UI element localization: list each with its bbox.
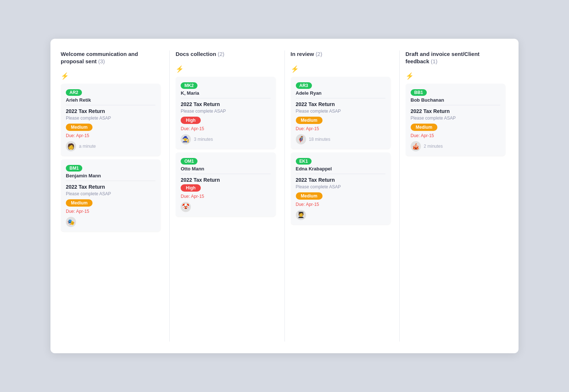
priority-badge: Medium <box>296 192 323 200</box>
column-header: In review (2) <box>291 50 393 58</box>
due-date: Due: Apr-15 <box>411 133 500 138</box>
lightning-row: ⚡ <box>176 62 275 77</box>
card-footer: 🤡 <box>181 202 270 212</box>
task-card[interactable]: MK2K, Maria2022 Tax ReturnPlease complet… <box>176 77 275 149</box>
due-date: Due: Apr-15 <box>181 194 270 199</box>
card-footer: 🎪2 minutes <box>411 141 500 151</box>
column-col2: Docs collection (2)⚡MK2K, Maria2022 Tax … <box>176 50 278 342</box>
card-footer: 🧙3 minutes <box>181 134 270 144</box>
lightning-icon: ⚡ <box>406 72 414 80</box>
client-badge: AR2 <box>66 89 82 96</box>
column-scroll-area[interactable]: ⚡BB1Bob Buchanan2022 Tax ReturnPlease co… <box>406 69 508 342</box>
card-footer: 🧑‍🎓 <box>296 210 385 220</box>
column-header: Welcome communication and proposal sent … <box>61 50 163 65</box>
column-col3: In review (2)⚡AR3Adele Ryan2022 Tax Retu… <box>291 50 393 342</box>
avatar: 🎪 <box>411 141 421 151</box>
client-badge: AR3 <box>296 82 312 89</box>
column-divider <box>399 50 400 342</box>
column-header: Draft and invoice sent/Client feedback (… <box>406 50 508 65</box>
column-inner: ⚡AR2Arieh Retik2022 Tax ReturnPlease com… <box>61 69 163 342</box>
column-scroll-area[interactable]: ⚡MK2K, Maria2022 Tax ReturnPlease comple… <box>176 62 278 342</box>
priority-badge: High <box>181 184 201 192</box>
due-date: Due: Apr-15 <box>66 209 155 214</box>
task-description: Please complete ASAP <box>66 116 155 121</box>
kanban-board: Welcome communication and proposal sent … <box>50 39 519 353</box>
task-card[interactable]: BB1Bob Buchanan2022 Tax ReturnPlease com… <box>406 84 505 156</box>
client-badge: BM1 <box>66 165 82 172</box>
card-footer: 🎭 <box>66 217 155 227</box>
task-card[interactable]: EK1Edna Krabappel2022 Tax ReturnPlease c… <box>291 152 391 225</box>
client-name: Adele Ryan <box>296 90 385 98</box>
due-date: Due: Apr-15 <box>296 202 385 207</box>
task-description: Please complete ASAP <box>66 191 155 196</box>
task-card[interactable]: AR2Arieh Retik2022 Tax ReturnPlease comp… <box>61 84 161 156</box>
column-scroll-area[interactable]: ⚡AR3Adele Ryan2022 Tax ReturnPlease comp… <box>291 62 393 342</box>
client-badge: EK1 <box>296 158 312 165</box>
column-count: (3) <box>98 58 105 64</box>
priority-badge: Medium <box>66 124 93 131</box>
column-divider <box>169 50 170 342</box>
client-name: Arieh Retik <box>66 97 155 105</box>
task-title: 2022 Tax Return <box>181 177 270 183</box>
timestamp: 3 minutes <box>194 137 213 142</box>
lightning-icon: ⚡ <box>61 72 69 80</box>
avatar: 🧑 <box>66 141 76 151</box>
column-col1: Welcome communication and proposal sent … <box>61 50 163 342</box>
column-count: (1) <box>431 58 437 64</box>
task-card[interactable]: BM1Benjamin Mann2022 Tax ReturnPlease co… <box>61 159 161 231</box>
card-footer: 🦸18 minutes <box>296 134 385 144</box>
task-card[interactable]: OM1Otto Mann2022 Tax ReturnHighDue: Apr-… <box>176 152 275 216</box>
avatar: 🤡 <box>181 202 191 212</box>
column-scroll-area[interactable]: ⚡AR2Arieh Retik2022 Tax ReturnPlease com… <box>61 69 163 342</box>
task-title: 2022 Tax Return <box>411 108 500 114</box>
priority-badge: Medium <box>66 199 93 207</box>
client-name: Bob Buchanan <box>411 97 500 105</box>
avatar: 🧙 <box>181 134 191 144</box>
timestamp: a minute <box>79 144 96 149</box>
task-description: Please complete ASAP <box>181 109 270 114</box>
task-title: 2022 Tax Return <box>296 101 385 107</box>
client-name: Benjamin Mann <box>66 173 155 181</box>
column-col4: Draft and invoice sent/Client feedback (… <box>406 50 508 342</box>
timestamp: 2 minutes <box>424 144 443 149</box>
client-name: Otto Mann <box>181 166 270 174</box>
column-inner: ⚡AR3Adele Ryan2022 Tax ReturnPlease comp… <box>291 62 393 342</box>
client-name: Edna Krabappel <box>296 166 385 174</box>
client-badge: BB1 <box>411 89 427 96</box>
avatar: 🧑‍🎓 <box>296 210 306 220</box>
task-title: 2022 Tax Return <box>296 177 385 183</box>
lightning-row: ⚡ <box>406 69 505 84</box>
column-inner: ⚡MK2K, Maria2022 Tax ReturnPlease comple… <box>176 62 278 342</box>
priority-badge: High <box>181 117 201 124</box>
task-card[interactable]: AR3Adele Ryan2022 Tax ReturnPlease compl… <box>291 77 391 149</box>
due-date: Due: Apr-15 <box>296 126 385 131</box>
task-title: 2022 Tax Return <box>66 184 155 190</box>
task-title: 2022 Tax Return <box>181 101 270 107</box>
lightning-row: ⚡ <box>291 62 391 77</box>
client-name: K, Maria <box>181 90 270 98</box>
lightning-icon: ⚡ <box>291 65 299 73</box>
priority-badge: Medium <box>411 124 437 131</box>
column-inner: ⚡BB1Bob Buchanan2022 Tax ReturnPlease co… <box>406 69 508 342</box>
priority-badge: Medium <box>296 117 323 124</box>
column-count: (2) <box>218 51 224 57</box>
task-description: Please complete ASAP <box>296 184 385 189</box>
task-description: Please complete ASAP <box>411 116 500 121</box>
card-footer: 🧑a minute <box>66 141 155 151</box>
timestamp: 18 minutes <box>309 137 331 142</box>
lightning-row: ⚡ <box>61 69 161 84</box>
column-divider <box>284 50 285 342</box>
column-count: (2) <box>316 51 322 57</box>
avatar: 🎭 <box>66 217 76 227</box>
client-badge: OM1 <box>181 158 197 165</box>
lightning-icon: ⚡ <box>176 65 184 73</box>
task-description: Please complete ASAP <box>296 109 385 114</box>
task-title: 2022 Tax Return <box>66 108 155 114</box>
due-date: Due: Apr-15 <box>181 126 270 131</box>
column-header: Docs collection (2) <box>176 50 278 58</box>
due-date: Due: Apr-15 <box>66 133 155 138</box>
client-badge: MK2 <box>181 82 197 89</box>
avatar: 🦸 <box>296 134 306 144</box>
